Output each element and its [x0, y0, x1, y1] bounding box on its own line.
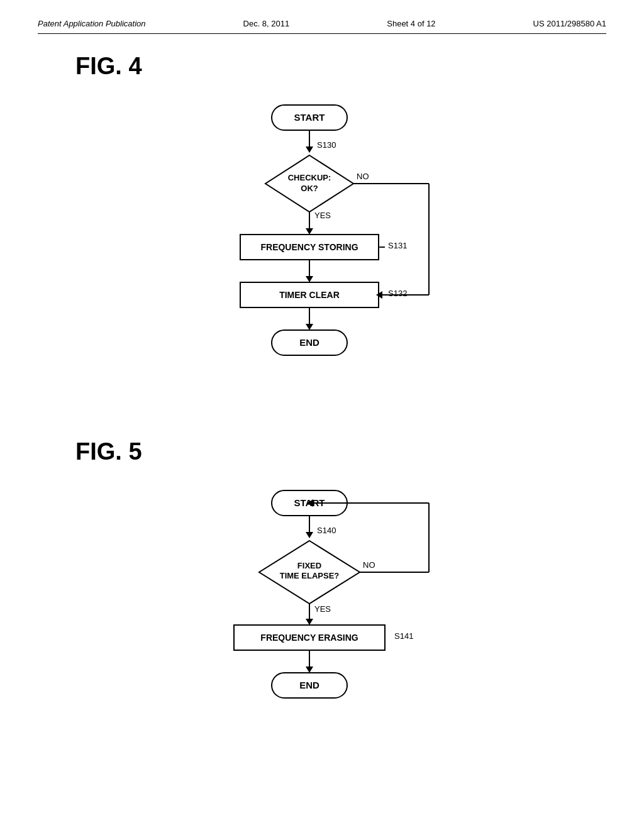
svg-text:NO: NO	[363, 560, 375, 570]
svg-text:FREQUENCY ERASING: FREQUENCY ERASING	[260, 633, 358, 643]
svg-text:FREQUENCY STORING: FREQUENCY STORING	[260, 242, 358, 252]
svg-marker-44	[306, 667, 313, 673]
svg-text:S141: S141	[394, 631, 413, 641]
svg-marker-10	[306, 228, 313, 235]
svg-marker-39	[306, 619, 313, 625]
svg-text:OK?: OK?	[301, 184, 318, 193]
header-patent: US 2011/298580 A1	[533, 19, 606, 28]
header-publication: Patent Application Publication	[38, 19, 146, 28]
fig4-diagram: START S130 CHECKUP: OK? YES FREQUENCY ST…	[158, 92, 486, 407]
page: Patent Application Publication Dec. 8, 2…	[0, 0, 644, 830]
svg-marker-21	[306, 324, 313, 330]
fig5-label: FIG. 5	[75, 438, 606, 465]
page-header: Patent Application Publication Dec. 8, 2…	[38, 19, 606, 34]
svg-marker-16	[306, 276, 313, 282]
svg-text:YES: YES	[314, 604, 331, 614]
svg-text:CHECKUP:: CHECKUP:	[288, 173, 331, 182]
fig4-label: FIG. 4	[75, 53, 606, 80]
svg-text:END: END	[299, 680, 319, 690]
svg-text:S140: S140	[317, 526, 336, 535]
svg-marker-3	[306, 147, 313, 153]
svg-text:S131: S131	[388, 241, 407, 250]
svg-text:YES: YES	[314, 211, 331, 220]
fig5-section: FIG. 5 START S140 FIXED TIME ELAPSE? YES…	[38, 438, 606, 761]
svg-text:S130: S130	[317, 140, 336, 150]
header-sheet: Sheet 4 of 12	[387, 19, 435, 28]
fig4-section: FIG. 4 START S130 CHECKUP: OK? YES FREQU…	[38, 53, 606, 407]
svg-marker-32	[306, 532, 313, 538]
svg-text:TIMER CLEAR: TIMER CLEAR	[279, 290, 340, 300]
svg-text:TIME ELAPSE?: TIME ELAPSE?	[280, 571, 340, 580]
svg-text:END: END	[299, 337, 319, 348]
fig5-diagram: START S140 FIXED TIME ELAPSE? YES FREQUE…	[158, 478, 486, 761]
svg-text:S132: S132	[388, 289, 407, 298]
svg-text:START: START	[294, 112, 325, 123]
svg-text:NO: NO	[357, 172, 369, 181]
svg-text:FIXED: FIXED	[297, 561, 321, 570]
header-date: Dec. 8, 2011	[243, 19, 290, 28]
